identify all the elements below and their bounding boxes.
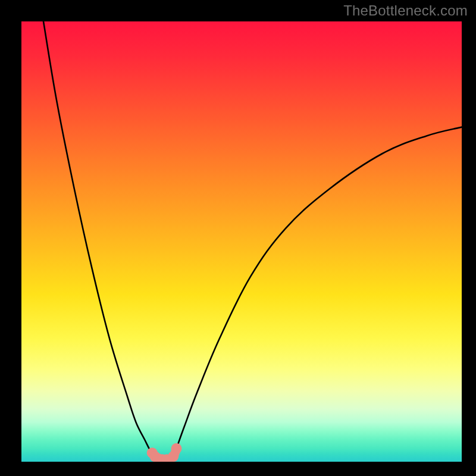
valley-markers — [147, 443, 182, 462]
curve-path — [43, 21, 462, 459]
plot-area — [21, 21, 462, 462]
valley-marker-dot — [171, 443, 181, 454]
bottleneck-curve — [21, 21, 462, 462]
outer-frame: TheBottleneck.com — [0, 0, 476, 476]
watermark-text: TheBottleneck.com — [343, 2, 468, 19]
